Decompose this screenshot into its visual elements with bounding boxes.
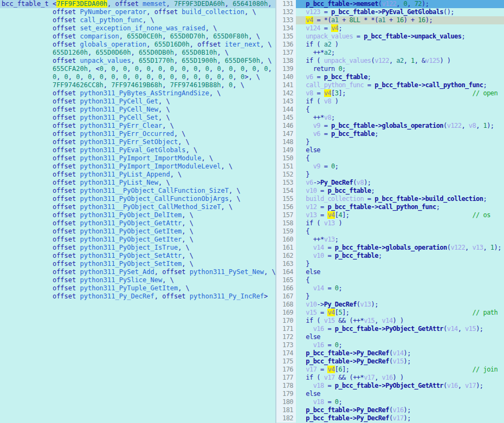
asm-line[interactable]: offset unpack_values, 655D1770h, 655D190… xyxy=(0,57,275,65)
code-text[interactable]: ++*v8; xyxy=(296,114,504,122)
pseudocode-line[interactable]: 137 ++*a2; xyxy=(276,49,504,57)
pseudocode-line[interactable]: 158 if ( v13 ) xyxy=(276,219,504,227)
code-text[interactable]: { xyxy=(296,106,504,114)
pseudocode-line[interactable]: 155 build_collection = p_bcc_ftable->bui… xyxy=(276,195,504,203)
code-text[interactable]: v15 = v4[5]; // path xyxy=(296,309,504,317)
asm-line[interactable]: offset python311_PyCell_New, \ xyxy=(0,106,275,114)
code-text[interactable]: else xyxy=(296,146,504,154)
pseudocode-line[interactable]: 131 p_bcc_ftable->memset(v122, 0, 72); xyxy=(276,0,504,8)
code-text[interactable]: v10 = p_bcc_ftable; xyxy=(296,252,504,260)
asm-line[interactable]: offset python311_PyObject_GetAttr, \ xyxy=(0,219,275,227)
code-text[interactable]: v6 = p_bcc_ftable; xyxy=(296,73,504,81)
asm-line[interactable]: offset python311_PyTuple_GetItem, \ xyxy=(0,284,275,292)
code-text[interactable]: { xyxy=(296,154,504,162)
pseudocode-line[interactable]: 171 v16 = p_bcc_ftable->PyObject_GetAttr… xyxy=(276,325,504,333)
asm-line[interactable]: offset python311_PyBytes_AsStringAndSize… xyxy=(0,89,275,97)
pseudocode-line[interactable]: 173 v16 = 0; xyxy=(276,341,504,349)
pseudocode-line[interactable]: 179 else xyxy=(276,390,504,398)
code-text[interactable]: p_bcc_ftable->Py_DecRef(v16); xyxy=(296,406,504,414)
pseudocode-line[interactable]: 149 else xyxy=(276,146,504,154)
pseudocode-line[interactable]: 141 call_python_func = p_bcc_ftable->cal… xyxy=(276,81,504,89)
asm-line[interactable]: offset python311__PyObject_CallMethod_Si… xyxy=(0,203,275,211)
asm-line[interactable]: 655D1260h, 655D0D60h, 655D0DB0h, 655D0B1… xyxy=(0,49,275,57)
code-text[interactable]: ++*v13; xyxy=(296,236,504,244)
asm-line[interactable]: offset python311_PySlice_New, \ xyxy=(0,276,275,284)
pseudocode-line[interactable]: 139 return 0; xyxy=(276,65,504,73)
asm-line[interactable]: offset call_python_func, \ xyxy=(0,16,275,24)
pseudocode-line[interactable]: 154 v10 = p_bcc_ftable; xyxy=(276,187,504,195)
pseudocode-line[interactable]: 177 if ( v17 && (++*v17, v16) ) xyxy=(276,374,504,382)
code-text[interactable]: p_bcc_ftable->memset(v122, 0, 72); xyxy=(296,0,504,8)
pseudocode-line[interactable]: 151 v9 = 0; xyxy=(276,162,504,171)
pseudocode-line[interactable]: 148 } xyxy=(276,138,504,146)
asm-line[interactable]: 7FF974626CC8h, 7FF974619B68h, 7FF974619B… xyxy=(0,81,275,89)
pseudocode-line[interactable]: 138 if ( unpack_values(v122, a2, 1, &v12… xyxy=(276,57,504,65)
pseudocode-line[interactable]: 147 v6 = p_bcc_ftable; xyxy=(276,130,504,138)
code-text[interactable]: else xyxy=(296,333,504,341)
code-text[interactable]: v124 = v4; xyxy=(296,24,504,32)
code-text[interactable]: v4 = *(a1 + 8LL * *(a1 + 16) + 16); xyxy=(296,16,504,24)
code-text[interactable]: p_bcc_ftable->Py_DecRef(v15); xyxy=(296,357,504,366)
pseudocode-line[interactable]: 133 v4 = *(a1 + 8LL * *(a1 + 16) + 16); xyxy=(276,16,504,24)
code-text[interactable]: v10->Py_DecRef(v13); xyxy=(296,301,504,309)
asm-line[interactable]: offset python311_PyList_New, \ xyxy=(0,179,275,187)
pseudocode-line[interactable]: 176 v17 = v4[6]; // join xyxy=(276,366,504,374)
pseudocode-line[interactable]: 164 else xyxy=(276,268,504,276)
pseudocode-line[interactable]: 134 v124 = v4; xyxy=(276,24,504,32)
code-text[interactable]: v16 = p_bcc_ftable->PyObject_GetAttr(v14… xyxy=(296,325,504,333)
asm-line[interactable]: offset python311_PyObject_IsTrue, \ xyxy=(0,244,275,252)
pseudocode-line[interactable]: 166 v14 = 0; xyxy=(276,284,504,292)
pseudocode-line[interactable]: 144 { xyxy=(276,106,504,114)
pseudocode-line[interactable]: 163 } xyxy=(276,260,504,268)
asm-line[interactable]: offset python311_Py_DecRef, offset pytho… xyxy=(0,292,275,301)
asm-line[interactable]: 655CFA20h, <0, 0, 0, 0, 0, 0, 0, 0, 0, 0… xyxy=(0,65,275,73)
pseudocode-line[interactable]: 143 if ( v8 ) xyxy=(276,97,504,106)
code-text[interactable]: p_bcc_ftable->Py_DecRef(v14); xyxy=(296,349,504,357)
code-text[interactable]: v12 = p_bcc_ftable->call_python_func; xyxy=(296,203,504,211)
asm-line[interactable]: offset python311_PyCell_Set, \ xyxy=(0,114,275,122)
asm-line[interactable]: offset python311_PyList_Append, \ xyxy=(0,171,275,179)
asm-line[interactable]: offset python311_PySet_Add, offset pytho… xyxy=(0,268,275,276)
pseudocode-line[interactable]: 156 v12 = p_bcc_ftable->call_python_func… xyxy=(276,203,504,211)
pseudocode-line[interactable]: 150 { xyxy=(276,154,504,162)
code-text[interactable]: v8 = v4[3]; // open xyxy=(296,89,504,97)
code-text[interactable]: v18 = 0; xyxy=(296,398,504,406)
asm-line[interactable]: offset python311_PyObject_SetItem, \ xyxy=(0,260,275,268)
pseudocode-line[interactable]: 174 p_bcc_ftable->Py_DecRef(v14); xyxy=(276,349,504,357)
asm-line[interactable]: offset python311_PyObject_DelItem, \ xyxy=(0,211,275,219)
asm-line[interactable]: offset set_exception_if_none_was_raised,… xyxy=(0,24,275,32)
code-text[interactable]: p_bcc_ftable->Py_DecRef(v17); xyxy=(296,414,504,422)
code-text[interactable]: v6->Py_DecRef(v8); xyxy=(296,179,504,187)
code-text[interactable]: v16 = 0; xyxy=(296,341,504,349)
asm-line[interactable]: offset comparison, 655D0CE0h, 655D0D70h,… xyxy=(0,32,275,41)
code-text[interactable]: if ( unpack_values(v122, a2, 1, &v125) ) xyxy=(296,57,504,65)
asm-line[interactable]: offset python311_PyImport_ImportModuleLe… xyxy=(0,162,275,171)
pseudocode-line[interactable]: 152 } xyxy=(276,171,504,179)
pseudocode-line[interactable]: 178 v18 = p_bcc_ftable->PyObject_GetAttr… xyxy=(276,382,504,390)
pseudocode-pane[interactable]: 131 p_bcc_ftable->memset(v122, 0, 72);13… xyxy=(276,0,504,423)
asm-line[interactable]: 0, 0, 0, 0, 0, 0, 0, 0, 0, 0, 0, 0, 0, 0… xyxy=(0,73,275,81)
code-text[interactable]: unpack_values = p_bcc_ftable->unpack_val… xyxy=(296,32,504,41)
code-text[interactable]: } xyxy=(296,138,504,146)
code-text[interactable]: if ( v15 && (++*v15, v14) ) xyxy=(296,317,504,325)
code-text[interactable]: v10 = p_bcc_ftable; xyxy=(296,187,504,195)
pseudocode-line[interactable]: 175 p_bcc_ftable->Py_DecRef(v15); xyxy=(276,357,504,366)
code-text[interactable]: } xyxy=(296,171,504,179)
asm-line[interactable]: offset python311__PyObject_CallFunction_… xyxy=(0,187,275,195)
pseudocode-line[interactable]: 182 p_bcc_ftable->Py_DecRef(v17); xyxy=(276,414,504,422)
code-text[interactable]: if ( v17 && (++*v17, v16) ) xyxy=(296,374,504,382)
code-text[interactable]: call_python_func = p_bcc_ftable->call_py… xyxy=(296,81,504,89)
pseudocode-line[interactable]: 140 v6 = p_bcc_ftable; xyxy=(276,73,504,81)
asm-line[interactable]: offset python311_PyImport_ImportModule, … xyxy=(0,154,275,162)
asm-line[interactable]: offset python311_PyObject_CallFunctionOb… xyxy=(0,195,275,203)
pseudocode-line[interactable]: 145 ++*v8; xyxy=(276,114,504,122)
code-text[interactable]: ++*a2; xyxy=(296,49,504,57)
code-text[interactable]: else xyxy=(296,268,504,276)
pseudocode-line[interactable]: 165 { xyxy=(276,276,504,284)
code-text[interactable]: v18 = p_bcc_ftable->PyObject_GetAttr(v16… xyxy=(296,382,504,390)
pseudocode-line[interactable]: 146 v9 = p_bcc_ftable->globals_operation… xyxy=(276,122,504,130)
asm-line[interactable]: offset python311_PyObject_SetAttr, \ xyxy=(0,252,275,260)
code-text[interactable]: v6 = p_bcc_ftable; xyxy=(296,130,504,138)
pseudocode-line[interactable]: 169 v15 = v4[5]; // path xyxy=(276,309,504,317)
disassembly-pane[interactable]: bcc_ftable_t <7FF9F3DEDA00h, offset mems… xyxy=(0,0,275,423)
